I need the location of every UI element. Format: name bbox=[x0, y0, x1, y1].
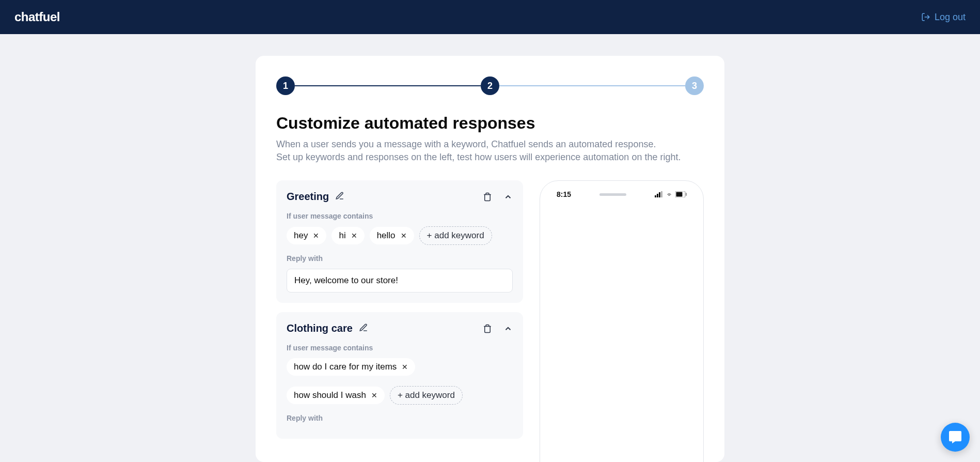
keyword-chip: hey✕ bbox=[287, 227, 326, 244]
phone-status-icons bbox=[655, 191, 687, 197]
app-header: chatfuel Log out bbox=[0, 0, 980, 34]
logout-icon bbox=[921, 12, 930, 22]
step-2[interactable]: 2 bbox=[481, 76, 499, 95]
card-header: Clothing care bbox=[287, 322, 513, 334]
logout-label: Log out bbox=[935, 12, 966, 23]
chip-text: how should I wash bbox=[294, 390, 366, 401]
page-title: Customize automated responses bbox=[276, 114, 704, 133]
edit-icon[interactable] bbox=[335, 191, 344, 203]
response-card-clothing: Clothing care If u bbox=[276, 312, 523, 439]
svg-rect-3 bbox=[661, 191, 662, 197]
svg-rect-2 bbox=[659, 192, 660, 197]
keyword-chip: hello✕ bbox=[370, 227, 414, 244]
add-keyword-button[interactable]: + add keyword bbox=[390, 386, 463, 405]
keyword-chip: hi✕ bbox=[331, 227, 364, 244]
svg-rect-0 bbox=[655, 195, 656, 197]
responses-column: Greeting If user m bbox=[276, 180, 523, 462]
chevron-up-icon[interactable] bbox=[503, 192, 513, 202]
phone-status-bar: 8:15 bbox=[548, 188, 695, 198]
delete-icon[interactable] bbox=[483, 192, 492, 202]
brand-logo: chatfuel bbox=[14, 10, 60, 24]
signal-icon bbox=[655, 191, 663, 197]
wizard-card: 1 2 3 Customize automated responses When… bbox=[256, 56, 724, 462]
step-line-1-2 bbox=[295, 85, 481, 86]
reply-with-label: Reply with bbox=[287, 254, 513, 263]
chip-text: how do I care for my items bbox=[294, 362, 397, 372]
phone-notch bbox=[599, 193, 626, 196]
card-header: Greeting bbox=[287, 191, 513, 203]
stepper: 1 2 3 bbox=[276, 76, 704, 95]
chip-remove-icon[interactable]: ✕ bbox=[402, 363, 408, 371]
response-card-greeting: Greeting If user m bbox=[276, 180, 523, 303]
delete-icon[interactable] bbox=[483, 324, 492, 333]
card-title: Clothing care bbox=[287, 322, 353, 334]
phone-time: 8:15 bbox=[557, 190, 571, 198]
keyword-chips: hey✕ hi✕ hello✕ + add keyword bbox=[287, 226, 513, 245]
page-desc-line1: When a user sends you a message with a k… bbox=[276, 139, 656, 149]
step-1[interactable]: 1 bbox=[276, 76, 295, 95]
svg-rect-5 bbox=[676, 192, 683, 197]
page-description: When a user sends you a message with a k… bbox=[276, 138, 704, 164]
card-title: Greeting bbox=[287, 191, 329, 203]
chip-remove-icon[interactable]: ✕ bbox=[351, 232, 357, 240]
reply-input[interactable] bbox=[287, 269, 513, 292]
chip-text: hey bbox=[294, 230, 308, 241]
phone-preview: 8:15 Type in a message with any bbox=[540, 180, 704, 462]
chip-remove-icon[interactable]: ✕ bbox=[313, 232, 319, 240]
keyword-chip: how do I care for my items✕ bbox=[287, 358, 415, 376]
svg-rect-1 bbox=[657, 194, 658, 197]
chip-remove-icon[interactable]: ✕ bbox=[371, 391, 377, 399]
content-columns: Greeting If user m bbox=[276, 180, 704, 462]
battery-icon bbox=[675, 191, 687, 197]
intercom-icon bbox=[948, 430, 962, 444]
preview-column: 8:15 Type in a message with any bbox=[540, 180, 704, 462]
chip-text: hi bbox=[339, 230, 345, 241]
chevron-up-icon[interactable] bbox=[503, 324, 513, 333]
logout-button[interactable]: Log out bbox=[921, 12, 966, 23]
chip-text: hello bbox=[377, 230, 396, 241]
step-line-2-3 bbox=[499, 85, 685, 86]
wifi-icon bbox=[665, 191, 673, 197]
svg-rect-6 bbox=[686, 193, 687, 196]
reply-with-label: Reply with bbox=[287, 414, 513, 422]
page-desc-line2: Set up keywords and responses on the lef… bbox=[276, 152, 681, 162]
add-keyword-button[interactable]: + add keyword bbox=[419, 226, 492, 245]
main-area: 1 2 3 Customize automated responses When… bbox=[0, 34, 980, 462]
chip-remove-icon[interactable]: ✕ bbox=[401, 232, 407, 240]
keyword-chip: how should I wash✕ bbox=[287, 387, 385, 404]
keyword-chips: how do I care for my items✕ how should I… bbox=[287, 358, 513, 405]
edit-icon[interactable] bbox=[359, 323, 368, 334]
if-contains-label: If user message contains bbox=[287, 344, 513, 352]
intercom-launcher[interactable] bbox=[941, 423, 970, 452]
step-3[interactable]: 3 bbox=[685, 76, 704, 95]
if-contains-label: If user message contains bbox=[287, 212, 513, 220]
